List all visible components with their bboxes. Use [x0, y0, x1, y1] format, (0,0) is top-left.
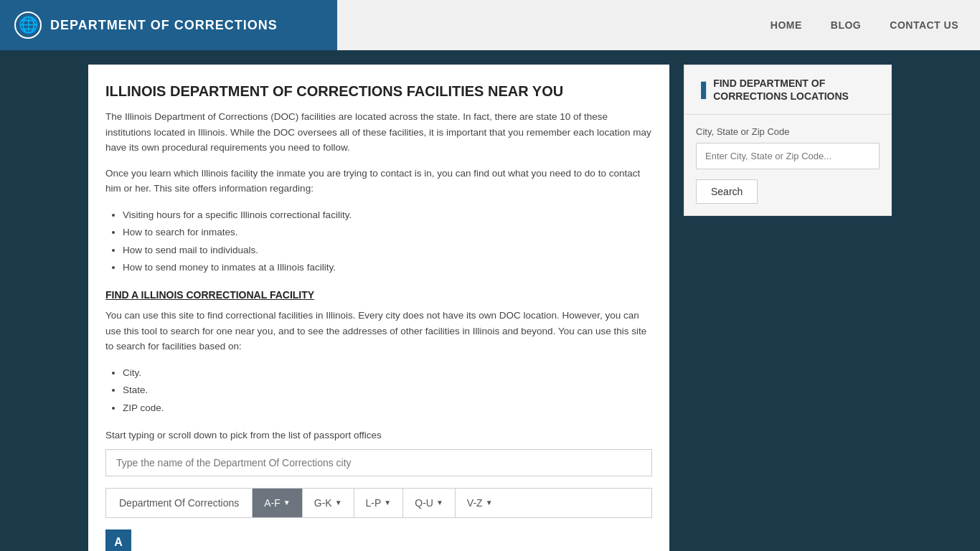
- chevron-down-icon: ▼: [486, 499, 493, 507]
- globe-icon: 🌐: [14, 11, 42, 39]
- list-item: City.: [123, 364, 652, 382]
- page-title: ILLINOIS DEPARTMENT OF CORRECTIONS FACIL…: [105, 82, 652, 100]
- list-item: State.: [123, 382, 652, 399]
- content-left: ILLINOIS DEPARTMENT OF CORRECTIONS FACIL…: [88, 65, 669, 551]
- filter-bar: Department Of Corrections A-F ▼ G-K ▼ L-…: [105, 488, 652, 518]
- chevron-down-icon: ▼: [335, 499, 342, 507]
- search-button[interactable]: Search: [696, 179, 758, 204]
- filter-bar-label: Department Of Corrections: [106, 489, 253, 517]
- chevron-down-icon: ▼: [283, 499, 291, 507]
- list-item: ZIP code.: [123, 400, 652, 417]
- main-nav: HOME BLOG CONTACT US: [337, 0, 980, 50]
- find-widget-header: ▐ FIND DEPARTMENT OF CORRECTIONS LOCATIO…: [684, 65, 891, 115]
- brand-bar: 🌐 Department Of Corrections: [0, 0, 337, 50]
- main-wrapper: ILLINOIS DEPARTMENT OF CORRECTIONS FACIL…: [74, 50, 906, 551]
- city-search-input[interactable]: [105, 449, 652, 476]
- list-item: How to send money to inmates at a Illino…: [123, 259, 652, 276]
- letter-badge: A: [105, 529, 131, 551]
- nav-home[interactable]: HOME: [771, 19, 802, 31]
- find-widget-title: FIND DEPARTMENT OF CORRECTIONS LOCATIONS: [713, 77, 880, 103]
- brand-title: Department Of Corrections: [50, 18, 278, 33]
- bar-chart-icon: ▐: [696, 82, 706, 98]
- header: 🌐 Department Of Corrections HOME BLOG CO…: [0, 0, 980, 50]
- find-list: City. State. ZIP code.: [123, 364, 652, 417]
- find-widget: ▐ FIND DEPARTMENT OF CORRECTIONS LOCATIO…: [684, 65, 892, 216]
- filter-af[interactable]: A-F ▼: [253, 489, 302, 517]
- list-item: How to search for inmates.: [123, 224, 652, 241]
- filter-lp[interactable]: L-P ▼: [354, 489, 404, 517]
- filter-vz[interactable]: V-Z ▼: [456, 489, 504, 517]
- chevron-down-icon: ▼: [436, 499, 443, 507]
- sidebar-right: ▐ FIND DEPARTMENT OF CORRECTIONS LOCATIO…: [684, 65, 892, 216]
- intro-paragraph: The Illinois Department of Corrections (…: [105, 109, 652, 156]
- find-paragraph: You can use this site to find correction…: [105, 308, 652, 354]
- contact-list: Visiting hours for a specific Illinois c…: [123, 207, 652, 276]
- contact-paragraph: Once you learn which Illinois facility t…: [105, 166, 652, 197]
- filter-gk[interactable]: G-K ▼: [303, 489, 354, 517]
- zip-input[interactable]: [696, 143, 880, 169]
- nav-blog[interactable]: BLOG: [831, 19, 861, 31]
- nav-contact[interactable]: CONTACT US: [890, 19, 958, 31]
- list-item: Visiting hours for a specific Illinois c…: [123, 207, 652, 224]
- list-item: How to send mail to individuals.: [123, 242, 652, 259]
- find-heading: FIND A ILLINOIS CORRECTIONAL FACILITY: [105, 289, 652, 301]
- scroll-text: Start typing or scroll down to pick from…: [105, 430, 652, 441]
- chevron-down-icon: ▼: [384, 499, 391, 507]
- filter-qu[interactable]: Q-U ▼: [403, 489, 456, 517]
- find-widget-body: City, State or Zip Code Search: [684, 115, 891, 215]
- zip-label: City, State or Zip Code: [696, 126, 880, 137]
